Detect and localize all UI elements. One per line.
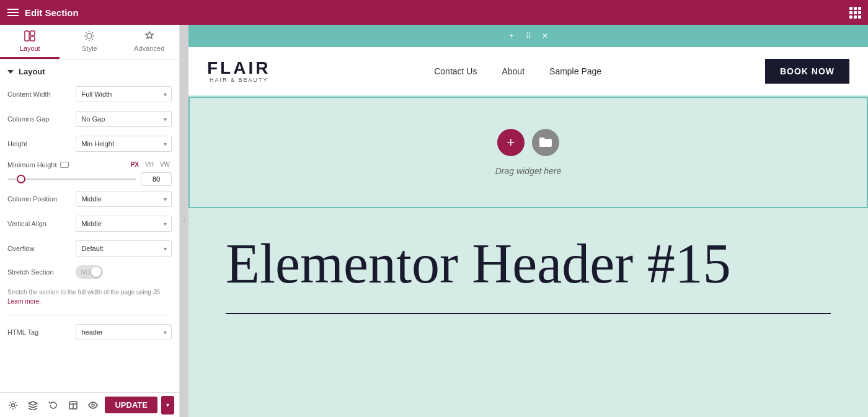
- history-icon-btn[interactable]: [45, 396, 61, 415]
- svg-rect-0: [25, 31, 29, 41]
- add-widget-btn[interactable]: +: [497, 129, 525, 156]
- nav-bar: FLAIR HAIR & BEAUTY Contact Us About Sam…: [188, 47, 868, 97]
- html-tag-select[interactable]: header main footer section article aside…: [76, 324, 172, 340]
- divider: [7, 315, 172, 315]
- column-position-select-wrapper: Middle Top Bottom ▾: [76, 191, 172, 207]
- overflow-label: Overflow: [7, 245, 76, 252]
- tab-style-label: Style: [82, 45, 97, 52]
- unit-px[interactable]: PX: [129, 160, 141, 169]
- column-position-select[interactable]: Middle Top Bottom: [76, 191, 172, 207]
- minimum-height-row: Minimum Height PX VH VW 80: [7, 160, 172, 186]
- stretch-toggle[interactable]: NO: [76, 265, 103, 279]
- layers-icon-btn[interactable]: [25, 396, 41, 415]
- height-row: Height Min Height Default Fit To Screen …: [7, 136, 172, 152]
- svg-point-5: [12, 403, 15, 406]
- tab-layout[interactable]: Layout: [0, 25, 60, 59]
- vertical-align-select-wrapper: Middle Top Bottom ▾: [76, 216, 172, 232]
- html-tag-row: HTML Tag header main footer section arti…: [7, 324, 172, 340]
- update-chevron-icon[interactable]: ▾: [161, 396, 174, 415]
- canvas: + ⠿ ✕ FLAIR HAIR & BEAUTY Contact Us Abo…: [188, 25, 868, 417]
- monitor-icon: [60, 162, 69, 168]
- hamburger-icon[interactable]: [7, 9, 19, 16]
- nav-logo-text: FLAIR: [207, 59, 270, 77]
- main-content-divider: [226, 313, 831, 314]
- settings-icon-btn[interactable]: [5, 396, 21, 415]
- overflow-row: Overflow Default Hidden ▾: [7, 240, 172, 257]
- close-section-btn[interactable]: ✕: [538, 29, 552, 43]
- grid-icon[interactable]: [849, 7, 861, 18]
- sidebar-content: Layout Content Width Full Width Boxed ▾ …: [0, 59, 179, 392]
- vertical-align-row: Vertical Align Middle Top Bottom ▾: [7, 216, 172, 232]
- learn-more-link[interactable]: Learn more.: [7, 298, 41, 305]
- columns-gap-row: Columns Gap No Gap Narrow Default Extend…: [7, 111, 172, 127]
- tab-advanced-label: Advanced: [134, 45, 164, 52]
- nav-link-about[interactable]: About: [502, 66, 525, 76]
- content-width-select-wrapper: Full Width Boxed ▾: [76, 86, 172, 102]
- add-widget-row: +: [497, 129, 559, 156]
- unit-vw[interactable]: VW: [158, 160, 172, 169]
- min-height-input[interactable]: 80: [141, 172, 172, 186]
- stretch-toggle-label: NO: [81, 269, 90, 276]
- tab-layout-label: Layout: [20, 45, 40, 52]
- stretch-section-label: Stretch Section: [7, 268, 76, 276]
- collapse-handle[interactable]: ‹: [180, 25, 188, 417]
- stretch-section-row: Stretch Section NO: [7, 265, 172, 279]
- height-select[interactable]: Min Height Default Fit To Screen: [76, 136, 172, 152]
- update-button[interactable]: UPDATE: [105, 397, 157, 413]
- section-highlighted: + Drag widget here: [188, 97, 868, 208]
- unit-tabs: PX VH VW: [129, 160, 172, 169]
- nav-link-sample[interactable]: Sample Page: [549, 66, 601, 76]
- min-height-slider[interactable]: [7, 178, 136, 180]
- nav-link-contact[interactable]: Contact Us: [434, 66, 477, 76]
- tab-advanced[interactable]: Advanced: [120, 25, 179, 59]
- column-position-row: Column Position Middle Top Bottom ▾: [7, 191, 172, 207]
- nav-links: Contact Us About Sample Page: [434, 66, 601, 76]
- main-content-section: Elementor Header #15: [188, 208, 868, 417]
- html-tag-label: HTML Tag: [7, 328, 76, 336]
- page-title: Edit Section: [25, 7, 79, 18]
- svg-point-3: [87, 33, 92, 38]
- height-select-wrapper: Min Height Default Fit To Screen ▾: [76, 136, 172, 152]
- sidebar-tabs: Layout Style Advanced: [0, 25, 179, 59]
- overflow-select[interactable]: Default Hidden: [76, 240, 172, 257]
- overflow-select-wrapper: Default Hidden ▾: [76, 240, 172, 257]
- preview-icon-btn[interactable]: [85, 396, 101, 415]
- section-controls-bar: + ⠿ ✕: [188, 25, 868, 47]
- column-position-label: Column Position: [7, 195, 76, 203]
- columns-gap-select[interactable]: No Gap Narrow Default Extended Wide Wide…: [76, 111, 172, 127]
- tab-style[interactable]: Style: [60, 25, 119, 59]
- html-tag-select-wrapper: header main footer section article aside…: [76, 324, 172, 340]
- main-heading: Elementor Header #15: [226, 233, 831, 294]
- svg-marker-4: [7, 70, 14, 74]
- stretch-toggle-wrapper: NO: [76, 265, 172, 279]
- add-template-btn[interactable]: [532, 129, 559, 156]
- svg-rect-2: [30, 37, 35, 41]
- vertical-align-select[interactable]: Middle Top Bottom: [76, 216, 172, 232]
- drag-hint: Drag widget here: [495, 166, 562, 176]
- svg-rect-1: [30, 31, 35, 35]
- toggle-knob: [91, 267, 101, 277]
- template-icon-btn[interactable]: [65, 396, 81, 415]
- vertical-align-label: Vertical Align: [7, 220, 76, 227]
- slider-row: 80: [7, 172, 172, 186]
- move-section-btn[interactable]: ⠿: [521, 29, 536, 43]
- content-width-row: Content Width Full Width Boxed ▾: [7, 86, 172, 102]
- top-bar: Edit Section: [0, 0, 868, 25]
- stretch-note: Stretch the section to the full width of…: [7, 288, 172, 306]
- height-label: Height: [7, 140, 76, 147]
- add-section-btn[interactable]: +: [504, 29, 519, 43]
- nav-logo-sub: HAIR & BEAUTY: [210, 77, 268, 83]
- columns-gap-select-wrapper: No Gap Narrow Default Extended Wide Wide…: [76, 111, 172, 127]
- columns-gap-label: Columns Gap: [7, 115, 76, 123]
- layout-heading-label: Layout: [19, 67, 45, 76]
- content-width-label: Content Width: [7, 90, 76, 98]
- layout-section-heading[interactable]: Layout: [7, 67, 172, 76]
- sidebar: Layout Style Advanced Layout: [0, 25, 180, 417]
- minimum-height-label: Minimum Height: [7, 161, 69, 169]
- book-now-button[interactable]: BOOK NOW: [765, 59, 849, 84]
- svg-point-9: [92, 404, 94, 406]
- nav-logo: FLAIR HAIR & BEAUTY: [207, 59, 270, 83]
- unit-vh[interactable]: VH: [143, 160, 156, 169]
- content-width-select[interactable]: Full Width Boxed: [76, 86, 172, 102]
- bottom-toolbar: UPDATE ▾: [0, 392, 179, 417]
